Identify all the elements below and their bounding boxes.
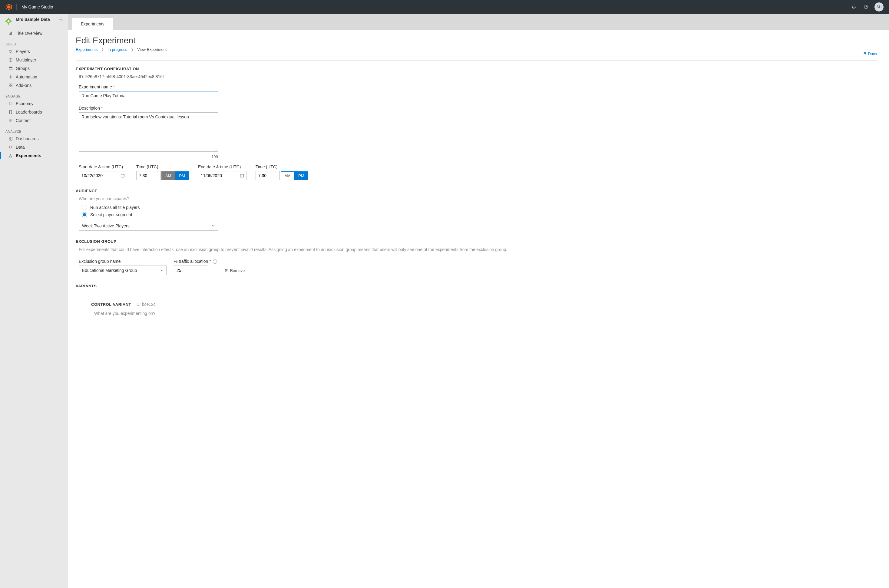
sidebar-item-label: Title Overview <box>16 31 42 36</box>
svg-point-9 <box>8 24 9 25</box>
breadcrumb-experiments[interactable]: Experiments <box>76 47 97 52</box>
title-icon <box>4 17 13 26</box>
sidebar-item-label: Data <box>16 145 25 150</box>
radio-select-segment[interactable]: Select player segment <box>82 212 877 218</box>
end-time-label: Time (UTC) <box>256 164 308 169</box>
automation-icon <box>7 75 14 80</box>
sidebar-item-experiments[interactable]: Experiments <box>0 152 68 160</box>
svg-marker-1 <box>7 6 10 9</box>
title-block[interactable]: Mrs Sample Data <box>0 14 68 28</box>
svg-rect-30 <box>121 174 124 177</box>
breadcrumb-in-progress[interactable]: In progress <box>108 47 127 52</box>
svg-rect-13 <box>11 32 12 35</box>
exclusion-description: For experiments that could have interact… <box>79 247 877 253</box>
control-variant-card: CONTROL VARIANT ID: bce12c What are you … <box>82 294 336 324</box>
end-pm-toggle[interactable]: PM <box>294 171 308 180</box>
sidebar-item-title-overview[interactable]: Title Overview <box>0 29 68 38</box>
tab-experiments[interactable]: Experiments <box>72 18 113 30</box>
start-am-toggle[interactable]: AM <box>161 171 175 180</box>
svg-rect-21 <box>11 84 12 85</box>
sidebar-item-leaderboards[interactable]: Leaderboards <box>0 108 68 116</box>
remove-exclusion-button[interactable]: Remove <box>224 268 245 275</box>
sidebar-item-label: Experiments <box>16 153 41 158</box>
sidebar-item-automation[interactable]: Automation <box>0 73 68 81</box>
svg-point-19 <box>10 76 11 78</box>
remove-label: Remove <box>230 268 245 273</box>
external-link-icon <box>862 52 866 56</box>
start-time-label: Time (UTC) <box>136 164 189 169</box>
svg-point-7 <box>11 21 12 22</box>
radio-icon <box>82 205 87 210</box>
sidebar-item-groups[interactable]: Groups <box>0 64 68 73</box>
radio-all-players[interactable]: Run across all title players <box>82 205 877 210</box>
docs-link[interactable]: Docs <box>862 51 877 56</box>
gear-icon[interactable] <box>59 17 64 22</box>
experiment-name-input[interactable] <box>79 91 218 100</box>
svg-point-15 <box>11 50 12 51</box>
svg-rect-12 <box>10 32 10 35</box>
svg-point-6 <box>5 21 6 22</box>
sidebar-item-economy[interactable]: Economy <box>0 99 68 108</box>
control-variant-heading: CONTROL VARIANT <box>91 302 131 307</box>
description-textarea[interactable] <box>79 112 218 152</box>
experiment-id: ID: 926a8717-a558-4001-83ae-4642ec8f816f <box>79 74 877 79</box>
end-date-label: End date & time (UTC) <box>198 164 246 169</box>
traffic-allocation-input[interactable] <box>174 266 207 275</box>
description-label: Description * <box>79 106 877 111</box>
sidebar-group-engage: ENGAGE <box>0 90 68 99</box>
start-time-input[interactable] <box>136 171 160 180</box>
select-value: Educational Marketing Group <box>82 268 137 273</box>
end-time-input[interactable] <box>256 171 280 180</box>
section-heading: EXCLUSION GROUP <box>76 239 877 244</box>
notifications-icon[interactable] <box>848 1 860 13</box>
section-heading: EXPERIMENT CONFIGURATION <box>76 67 877 71</box>
docs-label: Docs <box>868 51 877 56</box>
select-value: Week Two Active Players <box>82 224 130 228</box>
page-title: Edit Experiment <box>76 36 877 45</box>
exclusion-group-select[interactable]: Educational Marketing Group <box>79 266 166 275</box>
content-icon <box>7 118 14 123</box>
svg-point-10 <box>61 19 62 20</box>
folder-icon <box>7 66 14 71</box>
calendar-icon[interactable] <box>120 174 125 178</box>
chart-bar-icon <box>7 31 14 36</box>
players-icon <box>7 49 14 54</box>
info-icon[interactable]: i <box>213 260 217 264</box>
chevron-down-icon <box>160 268 163 272</box>
svg-rect-22 <box>9 86 10 87</box>
description-char-counter: 199 <box>79 154 218 159</box>
start-date-input[interactable] <box>79 171 127 180</box>
globe-icon <box>7 57 14 62</box>
studio-name[interactable]: My Game Studio <box>21 4 53 9</box>
svg-point-24 <box>9 102 12 103</box>
breadcrumb: Experiments ❯ In progress ❯ View Experim… <box>76 47 877 52</box>
radio-label: Run across all title players <box>90 205 139 210</box>
sidebar-group-build: BUILD <box>0 38 68 47</box>
sidebar-item-content[interactable]: Content <box>0 116 68 125</box>
search-icon <box>7 145 14 150</box>
calendar-icon[interactable] <box>240 174 244 178</box>
sidebar-item-label: Leaderboards <box>16 110 42 114</box>
sidebar-item-data[interactable]: Data <box>0 143 68 152</box>
exclusion-name-label: Exclusion group name <box>79 259 166 264</box>
playfab-logo-icon <box>6 4 12 10</box>
end-date-input[interactable] <box>198 171 246 180</box>
sidebar-item-players[interactable]: Players <box>0 47 68 56</box>
user-avatar[interactable]: SH <box>874 2 883 12</box>
section-experiment-configuration: EXPERIMENT CONFIGURATION ID: 926a8717-a5… <box>76 67 877 180</box>
segment-select[interactable]: Week Two Active Players <box>79 221 218 231</box>
tab-bar: Experiments <box>68 14 889 30</box>
sidebar-item-dashboards[interactable]: Dashboards <box>0 134 68 143</box>
sidebar-item-label: Groups <box>16 66 30 71</box>
svg-rect-27 <box>11 137 12 141</box>
sidebar-item-addons[interactable]: Add-ons <box>0 81 68 90</box>
svg-rect-31 <box>240 174 244 177</box>
end-am-toggle[interactable]: AM <box>281 171 295 180</box>
flask-icon <box>7 153 14 158</box>
section-exclusion-group: EXCLUSION GROUP For experiments that cou… <box>76 239 877 275</box>
svg-point-3 <box>866 8 866 8</box>
start-pm-toggle[interactable]: PM <box>175 171 189 180</box>
sidebar-item-multiplayer[interactable]: Multiplayer <box>0 56 68 64</box>
sidebar-item-label: Economy <box>16 101 33 106</box>
help-icon[interactable] <box>860 1 872 13</box>
